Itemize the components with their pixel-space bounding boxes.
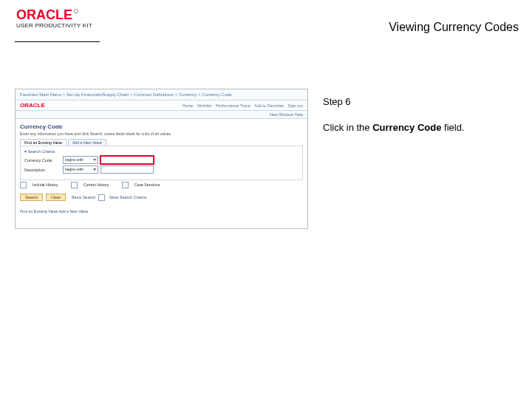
checkbox-icon [122, 182, 129, 188]
instruction-suffix: field. [441, 122, 464, 133]
brand-underline [15, 41, 100, 42]
save-search-link[interactable]: Save Search Criteria [109, 195, 147, 200]
component-title: Currency Code [16, 119, 307, 132]
instruction-prefix: Click in the [323, 122, 372, 133]
basic-search-link[interactable]: Basic Search [72, 195, 95, 200]
step-label: Step 6 [323, 96, 515, 107]
util-bar[interactable]: New Window Help [16, 111, 307, 119]
content-row: Favorites Main Menu > Set Up Financials/… [15, 89, 517, 229]
nav-signout[interactable]: Sign out [288, 103, 303, 108]
nav-worklist[interactable]: Worklist [197, 103, 211, 108]
input-description[interactable] [100, 166, 154, 174]
op-description[interactable]: begins with [63, 166, 98, 174]
chk-include-history[interactable]: Include History [20, 183, 64, 187]
page: ORACLE USER PRODUCTIVITY KIT Viewing Cur… [0, 0, 532, 399]
app-screenshot: Favorites Main Menu > Set Up Financials/… [15, 89, 308, 229]
page-title: Viewing Currency Codes [389, 21, 519, 34]
tab-strip: Find an Existing Value Add a New Value [16, 139, 307, 146]
brand-logo: ORACLE USER PRODUCTIVITY KIT [16, 7, 92, 29]
save-icon [98, 194, 105, 201]
label-currency-code: Currency Code: [24, 158, 63, 163]
footer-links[interactable]: Find an Existing Value Add a New Value [16, 203, 307, 228]
nav-add-fav[interactable]: Add to Favorites [254, 103, 284, 108]
label-description: Description: [24, 168, 63, 172]
op-currency-code[interactable]: begins with [63, 156, 98, 164]
search-criteria-box: ▾ Search Criteria Currency Code: begins … [20, 146, 303, 180]
instruction-panel: Step 6 Click in the Currency Code field. [323, 89, 515, 134]
checkbox-icon [20, 182, 27, 188]
nav-perf-trace[interactable]: Performance Trace [216, 103, 250, 108]
tab-find-existing[interactable]: Find an Existing Value [20, 139, 66, 146]
search-button[interactable]: Search [20, 194, 43, 201]
input-currency-code[interactable] [100, 156, 154, 164]
component-help: Enter any information you have and click… [16, 132, 307, 139]
option-checks: Include History Correct History Case Sen… [16, 180, 307, 191]
header: ORACLE USER PRODUCTIVITY KIT Viewing Cur… [0, 0, 532, 41]
checkbox-icon [71, 182, 78, 188]
row-currency-code: Currency Code: begins with [24, 156, 299, 164]
brand-dot [74, 9, 78, 13]
brand-sub: USER PRODUCTIVITY KIT [16, 22, 92, 29]
breadcrumb[interactable]: Favorites Main Menu > Set Up Financials/… [16, 89, 307, 100]
clear-button[interactable]: Clear [46, 194, 66, 201]
brand-main: ORACLE [16, 7, 72, 22]
app-header-bar: ORACLE Home Worklist Performance Trace A… [16, 100, 307, 111]
nav-home[interactable]: Home [183, 103, 194, 108]
top-nav: Home Worklist Performance Trace Add to F… [180, 103, 303, 108]
chk-case-sensitive[interactable]: Case Sensitive [122, 183, 166, 187]
tab-add-new[interactable]: Add a New Value [68, 139, 106, 146]
instruction-bold: Currency Code [372, 122, 441, 133]
chk-correct-history[interactable]: Correct History [71, 183, 115, 187]
search-criteria-title[interactable]: ▾ Search Criteria [24, 149, 299, 154]
app-brand: ORACLE [20, 102, 45, 109]
action-row: Search Clear Basic Search Save Search Cr… [16, 191, 307, 203]
row-description: Description: begins with [24, 166, 299, 174]
instruction-text: Click in the Currency Code field. [323, 122, 515, 134]
